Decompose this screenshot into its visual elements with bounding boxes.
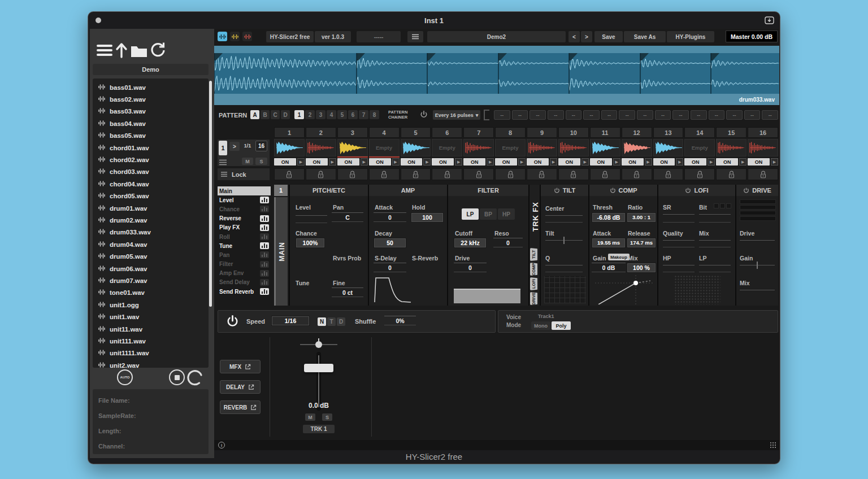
pattern-slot-button[interactable]: 8 bbox=[370, 110, 379, 119]
trkfx-tab[interactable]: LOFI bbox=[530, 277, 537, 290]
wave-mode-icon-2[interactable] bbox=[230, 32, 240, 41]
slice-play-button[interactable]: ▶ bbox=[423, 158, 431, 166]
chainer-mode-dropdown[interactable]: Every 16 pulses ▾ bbox=[433, 110, 480, 120]
slice-thumbnail[interactable]: Empty bbox=[369, 139, 400, 156]
chain-cell[interactable]: -- bbox=[619, 110, 635, 120]
shuffle-value[interactable]: 0% bbox=[384, 316, 416, 325]
slice-thumbnail[interactable] bbox=[558, 139, 589, 156]
pattern-slot-button[interactable]: 5 bbox=[337, 110, 347, 119]
sr-slider[interactable] bbox=[663, 214, 695, 215]
slice-count[interactable]: 16 bbox=[255, 141, 267, 151]
chain-cell[interactable]: -- bbox=[601, 110, 618, 120]
slice-thumbnail[interactable] bbox=[748, 139, 778, 156]
lofi-mix-slider[interactable] bbox=[699, 240, 731, 241]
browser-preset-dropdown[interactable]: Demo bbox=[93, 64, 209, 75]
slice-play-button[interactable]: ▶ bbox=[487, 158, 494, 166]
param-menu-item[interactable]: Roll bbox=[218, 232, 271, 241]
param-menu-item[interactable]: Tune bbox=[218, 241, 271, 250]
file-list-item[interactable]: unit1.wav bbox=[93, 311, 209, 323]
folder-icon[interactable] bbox=[131, 45, 147, 60]
stop-button[interactable] bbox=[169, 369, 185, 385]
slice-play-button[interactable]: ▶ bbox=[361, 158, 368, 166]
menu-icon[interactable] bbox=[97, 45, 112, 56]
file-list-item[interactable]: unit111.wav bbox=[93, 335, 209, 347]
version-button[interactable]: ver 1.0.3 bbox=[315, 31, 351, 42]
slice-play-button[interactable]: ▶ bbox=[329, 158, 336, 166]
hold-value[interactable]: 100 bbox=[411, 212, 444, 223]
filter-mode-button[interactable]: LP bbox=[462, 208, 479, 220]
level-slider[interactable] bbox=[296, 215, 327, 216]
loop-icon[interactable] bbox=[187, 369, 204, 388]
filter-drive-value[interactable]: 0 bbox=[454, 263, 487, 272]
preset-name-field[interactable]: Demo2 bbox=[427, 31, 566, 42]
lp-slider[interactable] bbox=[699, 265, 731, 265]
makeup-badge[interactable]: Makeup bbox=[608, 254, 630, 260]
slice-on-button[interactable]: ON bbox=[306, 158, 328, 166]
drive-mix-slider[interactable] bbox=[740, 290, 775, 290]
info-icon[interactable]: i bbox=[218, 442, 225, 448]
slice-select-number[interactable]: 1 bbox=[219, 141, 227, 155]
slice-on-button[interactable]: ON bbox=[558, 158, 580, 166]
param-menu-item[interactable]: Chance bbox=[218, 204, 271, 214]
slice-lock-button[interactable] bbox=[432, 168, 462, 180]
slice-lock-button[interactable] bbox=[527, 168, 557, 180]
reverb-button[interactable]: REVERB bbox=[220, 400, 261, 414]
drive-drive-slider[interactable] bbox=[740, 240, 775, 241]
slice-ratio[interactable]: 1/1 bbox=[242, 143, 253, 149]
file-list-item[interactable]: drum06.wav bbox=[93, 263, 209, 275]
slice-on-button[interactable]: ON bbox=[495, 158, 517, 166]
slice-lock-button[interactable] bbox=[495, 168, 526, 180]
window-action-icon[interactable] bbox=[765, 16, 774, 27]
slice-lock-button[interactable] bbox=[716, 168, 747, 180]
track-mute-button[interactable]: M bbox=[305, 413, 315, 421]
slice-on-button[interactable]: ON bbox=[527, 158, 549, 166]
amp-attack-value[interactable]: 0 bbox=[374, 212, 406, 222]
prev-preset-button[interactable]: < bbox=[568, 31, 580, 42]
pattern-slot-button[interactable]: 7 bbox=[359, 110, 368, 119]
trkfx-tab[interactable]: DRIVE bbox=[530, 292, 537, 305]
up-arrow-icon[interactable] bbox=[115, 41, 128, 60]
mfx-button[interactable]: MFX bbox=[220, 360, 261, 373]
track-solo-button[interactable]: S bbox=[322, 413, 332, 421]
param-menu-item[interactable]: Amp Env bbox=[218, 269, 271, 278]
pan-knob[interactable] bbox=[315, 341, 322, 348]
slice-play-button[interactable]: ▶ bbox=[518, 158, 526, 166]
main-tab[interactable]: MAIN bbox=[274, 197, 288, 306]
slice-play-button[interactable]: ▶ bbox=[771, 158, 778, 166]
slice-thumbnail[interactable] bbox=[274, 139, 305, 156]
file-list-scrollbar[interactable] bbox=[209, 81, 212, 307]
chain-cell[interactable]: -- bbox=[762, 110, 778, 120]
comp-gain-value[interactable]: 0 dB bbox=[592, 263, 626, 272]
fine-value[interactable]: 0 ct bbox=[332, 288, 363, 297]
file-list-item[interactable]: drum01.wav bbox=[93, 202, 209, 214]
tilt-power-icon[interactable] bbox=[554, 188, 560, 194]
plugin-name-button[interactable]: HY-Slicer2 free bbox=[266, 31, 314, 42]
s-delay-value[interactable]: 0 bbox=[374, 263, 406, 272]
wave-mode-icon-3[interactable] bbox=[242, 32, 252, 41]
chainer-power-icon[interactable] bbox=[420, 111, 428, 121]
resize-grip[interactable] bbox=[770, 442, 776, 448]
file-list-item[interactable]: drum033.wav bbox=[93, 227, 209, 238]
wave-mode-icon-1[interactable] bbox=[218, 32, 227, 41]
file-list-item[interactable]: unit1111.wav bbox=[93, 347, 209, 359]
comp-attack-value[interactable]: 19.55 ms bbox=[592, 238, 626, 248]
decay-value[interactable]: 50 bbox=[374, 238, 406, 248]
pan-value[interactable]: C bbox=[332, 212, 363, 222]
file-list-item[interactable]: unit2.wav bbox=[93, 359, 209, 368]
pattern-bank-button[interactable]: C bbox=[271, 110, 280, 119]
titlebar[interactable]: Inst 1 bbox=[88, 12, 780, 29]
slice-thumbnail[interactable]: Empty bbox=[432, 139, 462, 156]
thresh-value[interactable]: -6.08 dB bbox=[592, 212, 626, 223]
file-list-item[interactable]: bass02.wav bbox=[93, 93, 209, 105]
tilt-q-slider[interactable] bbox=[545, 265, 583, 265]
slice-thumbnail[interactable] bbox=[622, 139, 652, 156]
param-menu-item[interactable]: Send Reverb bbox=[218, 287, 271, 296]
slice-thumbnail[interactable] bbox=[306, 139, 336, 156]
lock-master[interactable]: Lock bbox=[218, 168, 270, 180]
comp-mix-value[interactable]: 100 % bbox=[627, 263, 656, 273]
master-volume[interactable]: Master 0.00 dB bbox=[726, 31, 778, 42]
chain-cell[interactable]: -- bbox=[530, 110, 546, 120]
slice-on-button[interactable]: ON bbox=[653, 158, 675, 166]
slice-on-button[interactable]: ON bbox=[684, 158, 706, 166]
slice-lock-button[interactable] bbox=[306, 168, 336, 180]
